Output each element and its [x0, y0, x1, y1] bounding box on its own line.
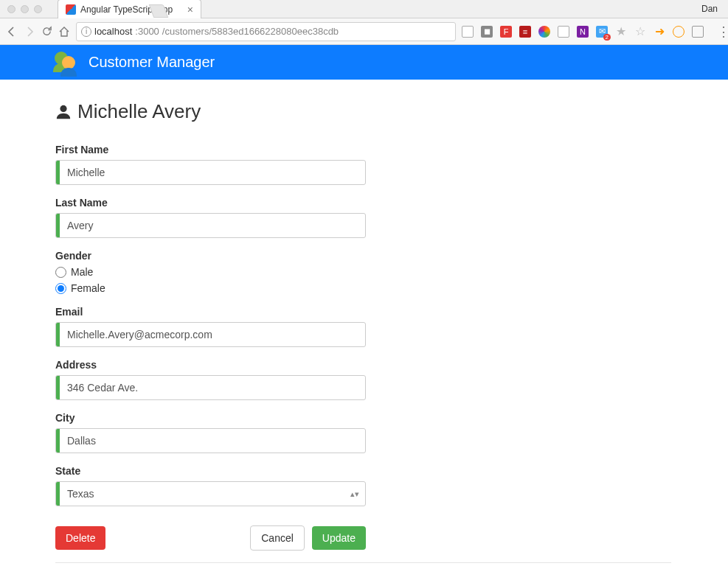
extension-icon[interactable]: [538, 26, 550, 38]
update-button[interactable]: Update: [312, 526, 366, 550]
form-actions: Delete Cancel Update: [55, 525, 366, 551]
app-title: Customer Manager: [89, 54, 215, 71]
form-group-last-name: Last Name: [55, 197, 366, 238]
browser-menu-button[interactable]: ⋮: [713, 24, 728, 40]
city-input[interactable]: [60, 429, 365, 453]
state-select[interactable]: Texas: [60, 482, 344, 506]
minimize-window-button[interactable]: [21, 5, 29, 13]
forward-button[interactable]: [24, 25, 35, 38]
extension-icon[interactable]: N: [577, 26, 589, 38]
gender-option-male: Male: [71, 266, 93, 278]
gender-radio-male[interactable]: [55, 267, 66, 278]
browser-tab[interactable]: Angular TypeScript App ×: [58, 0, 201, 18]
person-icon: [55, 104, 72, 120]
form-group-first-name: First Name: [55, 144, 366, 185]
extension-icon[interactable]: ☆: [634, 26, 646, 38]
form-group-email: Email: [55, 306, 366, 347]
address-input[interactable]: [60, 376, 365, 399]
reload-button[interactable]: [41, 25, 52, 38]
form-group-gender: Gender Male Female: [55, 250, 366, 294]
email-label: Email: [55, 306, 366, 318]
extension-icon[interactable]: ◼: [481, 26, 493, 38]
extension-icon[interactable]: [673, 26, 684, 38]
last-name-label: Last Name: [55, 197, 366, 209]
svg-point-0: [60, 105, 66, 111]
page-content: Michelle Avery First Name Last Name Gend…: [0, 80, 671, 566]
profile-name[interactable]: Dan: [701, 4, 718, 14]
url-host: localhost: [94, 26, 132, 37]
extension-icon[interactable]: ≡: [519, 26, 531, 38]
site-info-icon[interactable]: i: [81, 27, 91, 37]
form-group-address: Address: [55, 359, 366, 400]
browser-toolbar: i localhost:3000/customers/5883ed1666228…: [0, 18, 728, 45]
form-group-state: State Texas ▴▾: [55, 465, 366, 506]
close-tab-icon[interactable]: ×: [187, 4, 193, 15]
page-heading: Michelle Avery: [55, 100, 671, 123]
first-name-input[interactable]: [60, 161, 365, 184]
city-label: City: [55, 412, 366, 424]
last-name-input[interactable]: [60, 214, 365, 237]
extension-icon[interactable]: [692, 26, 704, 38]
browser-tab-strip: Angular TypeScript App × Dan: [0, 0, 728, 18]
gender-label: Gender: [55, 250, 366, 262]
back-button[interactable]: [6, 25, 18, 38]
cancel-button[interactable]: Cancel: [250, 525, 305, 551]
extension-icon[interactable]: ▭: [558, 26, 569, 38]
url-path: /customers/5883ed1666228080eec38cdb: [162, 26, 339, 37]
first-name-label: First Name: [55, 144, 366, 156]
app-banner: Customer Manager: [0, 45, 728, 80]
extension-icon[interactable]: ➜: [654, 26, 665, 38]
maximize-window-button[interactable]: [34, 5, 42, 13]
extension-icon[interactable]: ⏱: [462, 26, 474, 38]
address-bar[interactable]: i localhost:3000/customers/5883ed1666228…: [76, 22, 456, 41]
form-group-city: City: [55, 412, 366, 453]
extension-icon[interactable]: F: [500, 26, 512, 38]
chevron-updown-icon: ▴▾: [344, 489, 365, 499]
url-port: :3000: [135, 26, 159, 37]
gender-option-female: Female: [71, 282, 105, 294]
close-window-button[interactable]: [7, 5, 15, 13]
home-button[interactable]: [58, 25, 70, 38]
extension-icon[interactable]: ★: [615, 26, 627, 38]
app-logo-icon: [55, 52, 81, 74]
email-input[interactable]: [60, 323, 365, 346]
state-label: State: [55, 465, 366, 477]
address-label: Address: [55, 359, 366, 371]
delete-button[interactable]: Delete: [55, 526, 105, 550]
extensions-row: ⏱ ◼ F ≡ ▭ N ✉ ★ ☆ ➜: [462, 26, 707, 38]
page-footer: Created by @DanWahlin: [55, 562, 671, 566]
customer-name-heading: Michelle Avery: [77, 100, 201, 123]
tab-favicon-icon: [66, 4, 76, 15]
extension-icon[interactable]: ✉: [596, 26, 608, 38]
window-controls: [0, 5, 42, 13]
gender-radio-female[interactable]: [55, 283, 66, 294]
